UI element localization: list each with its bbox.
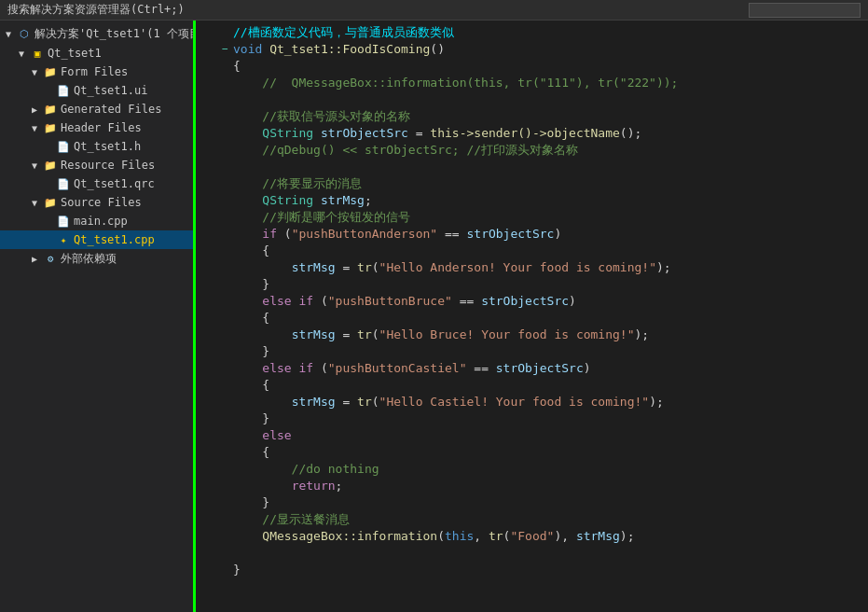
code-line-29: } — [196, 494, 868, 511]
code-line-3: { — [196, 58, 868, 75]
code-line-7: QString strObjectSrc = this->sender()->o… — [196, 125, 868, 142]
code-line-19: strMsg = tr("Hello Bruce! Your food is c… — [196, 327, 868, 343]
file-ui-icon: 📄 — [56, 83, 71, 98]
arrow-project — [19, 49, 30, 59]
code-line-12: //判断是哪个按钮发的信号 — [196, 209, 868, 226]
sidebar-item-external-deps[interactable]: ⚙ 外部依赖项 — [0, 249, 193, 269]
resource-files-label: Resource Files — [61, 159, 155, 172]
code-line-2: − void Qt_tset1::FoodIsComing() — [196, 41, 868, 58]
sidebar-item-form-files[interactable]: 📁 Form Files — [0, 63, 193, 81]
code-line-26: { — [196, 444, 868, 461]
project-icon: ▣ — [30, 46, 45, 61]
source-files-label: Source Files — [61, 196, 142, 209]
code-line-10: //将要显示的消息 — [196, 175, 868, 192]
code-line-11: QString strMsg; — [196, 192, 868, 209]
folder-resource-icon: 📁 — [43, 158, 58, 173]
arrow-source-files — [32, 198, 43, 208]
search-area[interactable] — [749, 3, 861, 18]
code-line-5 — [196, 91, 868, 108]
solution-label: 解决方案'Qt_tset1'(1 个项目) — [34, 26, 196, 42]
code-line-23: strMsg = tr("Hello Castiel! Your food is… — [196, 394, 868, 410]
code-line-1: //槽函数定义代码，与普通成员函数类似 — [196, 24, 868, 41]
file-h-icon: 📄 — [56, 139, 71, 154]
solution-explorer: ⬡ 解决方案'Qt_tset1'(1 个项目) ▣ Qt_tset1 📁 For… — [0, 21, 196, 612]
qt-tset1-qrc-label: Qt_tset1.qrc — [74, 177, 155, 190]
header-files-label: Header Files — [61, 121, 142, 134]
main-area: ⬡ 解决方案'Qt_tset1'(1 个项目) ▣ Qt_tset1 📁 For… — [0, 21, 868, 612]
code-line-6: //获取信号源头对象的名称 — [196, 108, 868, 125]
code-line-25: else — [196, 427, 868, 444]
code-editor[interactable]: //槽函数定义代码，与普通成员函数类似 − void Qt_tset1::Foo… — [196, 21, 868, 612]
arrow-generated-files — [32, 104, 43, 115]
external-deps-label: 外部依赖项 — [61, 251, 117, 267]
code-line-16: } — [196, 276, 868, 293]
file-cpp-tset1-icon: ✦ — [56, 232, 71, 247]
code-line-24: } — [196, 410, 868, 427]
code-line-31: QMessageBox::information(this, tr("Food"… — [196, 528, 868, 545]
file-qrc-icon: 📄 — [56, 176, 71, 191]
code-line-18: { — [196, 310, 868, 327]
project-label: Qt_tset1 — [48, 47, 102, 60]
sidebar-item-solution[interactable]: ⬡ 解决方案'Qt_tset1'(1 个项目) — [0, 24, 193, 44]
arrow-external — [32, 254, 43, 264]
sidebar-item-qt-tset1-ui[interactable]: 📄 Qt_tset1.ui — [0, 81, 193, 100]
explorer-title: 搜索解决方案资源管理器(Ctrl+;) — [7, 2, 185, 18]
code-line-8: //qDebug() << strObjectSrc; //打印源头对象名称 — [196, 142, 868, 159]
form-files-label: Form Files — [61, 65, 128, 78]
code-line-32 — [196, 545, 868, 562]
folder-source-icon: 📁 — [43, 195, 58, 210]
search-input[interactable] — [749, 3, 861, 18]
sidebar-item-source-files[interactable]: 📁 Source Files — [0, 193, 193, 212]
qt-tset1-ui-label: Qt_tset1.ui — [74, 84, 147, 97]
folder-form-files-icon: 📁 — [43, 64, 58, 79]
sidebar-item-main-cpp[interactable]: 📄 main.cpp — [0, 212, 193, 230]
top-bar: 搜索解决方案资源管理器(Ctrl+;) — [0, 0, 868, 21]
code-line-15: strMsg = tr("Hello Anderson! Your food i… — [196, 259, 868, 276]
code-line-13: if ("pushButtonAnderson" == strObjectSrc… — [196, 226, 868, 243]
arrow-resource-files — [32, 160, 43, 171]
sidebar-item-qt-tset1-qrc[interactable]: 📄 Qt_tset1.qrc — [0, 174, 193, 193]
code-line-17: else if ("pushButtonBruce" == strObjectS… — [196, 293, 868, 310]
external-deps-icon: ⚙ — [43, 252, 58, 267]
code-line-33: } — [196, 562, 868, 578]
folder-generated-icon: 📁 — [43, 102, 58, 117]
code-line-9 — [196, 159, 868, 175]
file-cpp-main-icon: 📄 — [56, 214, 71, 229]
folder-header-icon: 📁 — [43, 120, 58, 135]
code-line-27: //do nothing — [196, 461, 868, 478]
arrow-solution — [6, 29, 17, 39]
qt-tset1-h-label: Qt_tset1.h — [74, 140, 141, 153]
sidebar-item-qt-tset1-cpp[interactable]: ✦ Qt_tset1.cpp — [0, 230, 193, 249]
main-cpp-label: main.cpp — [74, 215, 128, 228]
sidebar-item-qt-tset1-h[interactable]: 📄 Qt_tset1.h — [0, 137, 193, 156]
arrow-form-files — [32, 67, 43, 77]
code-line-22: { — [196, 377, 868, 394]
code-line-20: } — [196, 343, 868, 360]
sidebar-item-generated-files[interactable]: 📁 Generated Files — [0, 100, 193, 118]
sidebar-item-project[interactable]: ▣ Qt_tset1 — [0, 44, 193, 63]
qt-tset1-cpp-label: Qt_tset1.cpp — [74, 233, 155, 246]
solution-icon: ⬡ — [17, 27, 32, 42]
code-line-21: else if ("pushButtonCastiel" == strObjec… — [196, 360, 868, 377]
code-line-30: //显示送餐消息 — [196, 511, 868, 528]
generated-files-label: Generated Files — [61, 103, 161, 116]
sidebar-item-resource-files[interactable]: 📁 Resource Files — [0, 156, 193, 174]
code-line-14: { — [196, 243, 868, 259]
code-line-4: // QMessageBox::information(this, tr("11… — [196, 75, 868, 91]
sidebar-item-header-files[interactable]: 📁 Header Files — [0, 118, 193, 137]
arrow-header-files — [32, 123, 43, 133]
code-line-28: return; — [196, 478, 868, 494]
